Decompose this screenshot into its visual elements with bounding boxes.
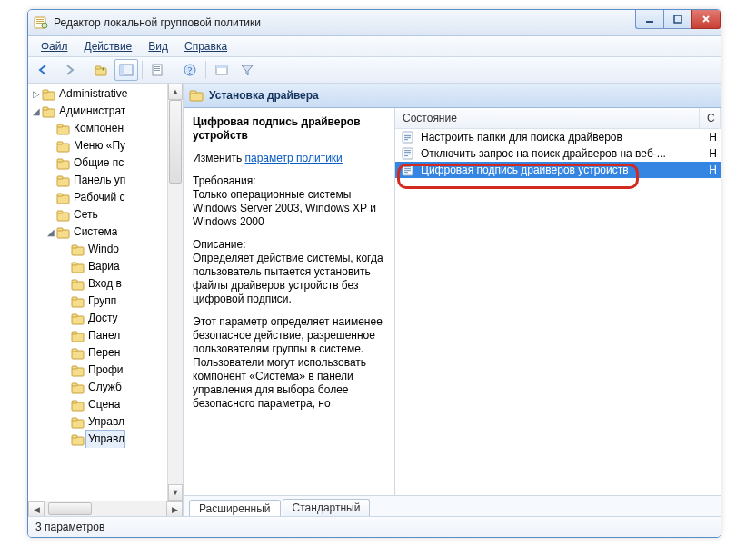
folder-icon <box>71 381 85 395</box>
list-item-label: Отключить запрос на поиск драйверов на в… <box>421 147 666 160</box>
svg-rect-44 <box>72 297 77 300</box>
column-extra[interactable]: С <box>700 108 721 128</box>
column-state[interactable]: Состояние <box>395 108 700 128</box>
tree-label: Групп <box>86 293 116 310</box>
tab-extended[interactable]: Расширенный <box>189 500 281 516</box>
svg-rect-60 <box>72 435 77 438</box>
tree-item[interactable]: Вариа <box>32 258 183 275</box>
toolbar-sep <box>205 61 206 79</box>
svg-rect-28 <box>57 159 63 162</box>
svg-rect-58 <box>72 418 77 421</box>
edit-policy-link[interactable]: параметр политики <box>244 152 342 164</box>
svg-rect-34 <box>57 211 63 213</box>
menu-file[interactable]: Файл <box>34 38 75 55</box>
list-item[interactable]: Цифровая подпись драйверов устройствН <box>395 162 721 178</box>
tree-item[interactable]: Перен <box>32 344 183 362</box>
scroll-left-icon[interactable]: ◀ <box>28 501 45 517</box>
folder-icon <box>42 87 56 102</box>
svg-rect-71 <box>404 154 411 154</box>
tree-item[interactable]: Компонен <box>32 120 183 137</box>
folder-icon <box>71 312 85 326</box>
maximize-button[interactable] <box>663 10 691 29</box>
svg-rect-8 <box>95 66 101 69</box>
filter-button[interactable] <box>235 59 259 81</box>
tree-label: Система <box>72 223 117 241</box>
scroll-down-icon[interactable]: ▼ <box>168 484 183 501</box>
scroll-thumb[interactable] <box>48 502 92 515</box>
close-button[interactable] <box>691 10 721 29</box>
forward-button[interactable] <box>57 59 81 81</box>
up-button[interactable] <box>89 59 113 81</box>
show-tree-button[interactable] <box>114 59 138 81</box>
properties-button[interactable] <box>146 59 170 81</box>
tree-label: Вход в <box>86 275 122 293</box>
tree-label: Компонен <box>72 120 124 137</box>
tree-item[interactable]: Служб <box>32 379 183 396</box>
folder-icon <box>71 415 85 430</box>
list-item-label: Настроить папки для поиска драйверов <box>421 131 622 144</box>
folder-icon <box>56 156 71 171</box>
svg-rect-12 <box>154 66 160 67</box>
list-item[interactable]: Настроить папки для поиска драйверовН <box>395 129 721 145</box>
tree-item[interactable]: Вход в <box>32 275 183 293</box>
tree-label: Управл <box>86 413 124 431</box>
requirements-block: Требования: Только операционные системы … <box>193 174 385 229</box>
tree-item[interactable]: Групп <box>32 293 183 310</box>
tab-standard[interactable]: Стандартный <box>283 499 371 516</box>
tree-item[interactable]: Сцена <box>32 396 183 413</box>
req-text: Только операционные системы Windows Serv… <box>193 188 385 229</box>
tree-label: Профи <box>86 362 124 379</box>
tree-hscrollbar[interactable]: ◀ ▶ <box>28 501 183 516</box>
help-button[interactable]: ? <box>178 59 202 81</box>
menu-help[interactable]: Справка <box>177 38 234 55</box>
req-label: Требования: <box>193 174 385 188</box>
svg-rect-6 <box>674 15 681 23</box>
svg-rect-52 <box>72 366 77 369</box>
tree-item[interactable]: Меню «Пу <box>32 137 183 154</box>
tree-item[interactable]: Windo <box>32 241 183 258</box>
statusbar: 3 параметров <box>28 517 721 537</box>
folder-icon <box>71 243 85 257</box>
tree-item[interactable]: Управл <box>32 431 183 448</box>
svg-rect-67 <box>404 139 408 140</box>
tree-twisty-icon[interactable]: ◢ <box>32 103 41 120</box>
options-button[interactable] <box>210 59 234 81</box>
folder-icon <box>56 174 71 188</box>
tree-item[interactable]: Сеть <box>32 206 183 223</box>
tree-item[interactable]: Досту <box>32 310 183 327</box>
scroll-right-icon[interactable]: ▶ <box>166 501 183 517</box>
svg-rect-40 <box>72 263 77 265</box>
svg-rect-20 <box>43 90 48 93</box>
tree-vscrollbar[interactable]: ▲ ▼ <box>167 84 183 501</box>
list-item-extra: Н <box>709 147 717 160</box>
tree-item[interactable]: Управл <box>32 413 183 431</box>
minimize-button[interactable] <box>635 10 663 29</box>
scroll-up-icon[interactable]: ▲ <box>168 84 183 100</box>
folder-icon <box>56 225 71 240</box>
tree-item[interactable]: Панел <box>32 327 183 344</box>
svg-rect-1 <box>36 19 44 20</box>
scroll-thumb[interactable] <box>169 100 182 184</box>
tree-label: Рабочий с <box>72 189 125 206</box>
list-item-label: Цифровая подпись драйверов устройств <box>421 164 629 176</box>
list-item[interactable]: Отключить запрос на поиск драйверов на в… <box>395 145 721 162</box>
status-text: 3 параметров <box>35 521 104 533</box>
desc-text2: Этот параметр определяет наименее безопа… <box>193 315 385 411</box>
menu-action[interactable]: Действие <box>77 38 140 55</box>
back-button[interactable] <box>32 59 55 81</box>
tree-item[interactable]: Рабочий с <box>32 189 183 206</box>
tree-twisty-icon[interactable]: ◢ <box>46 223 55 241</box>
tree-item[interactable]: ▷Administrative <box>32 85 183 103</box>
folder-icon <box>71 294 85 309</box>
edit-label: Изменить <box>193 152 242 164</box>
tree-item[interactable]: ◢Система <box>32 223 183 241</box>
menu-view[interactable]: Вид <box>141 38 175 55</box>
tree-item[interactable]: ◢Администрат <box>32 103 183 120</box>
folder-icon <box>56 208 71 223</box>
tree-item[interactable]: Общие пс <box>32 154 183 172</box>
tree-twisty-icon[interactable]: ▷ <box>32 85 41 103</box>
tree-item[interactable]: Панель уп <box>32 172 183 189</box>
tree-item[interactable]: Профи <box>32 362 183 379</box>
svg-rect-46 <box>72 314 77 317</box>
svg-rect-54 <box>72 383 77 386</box>
